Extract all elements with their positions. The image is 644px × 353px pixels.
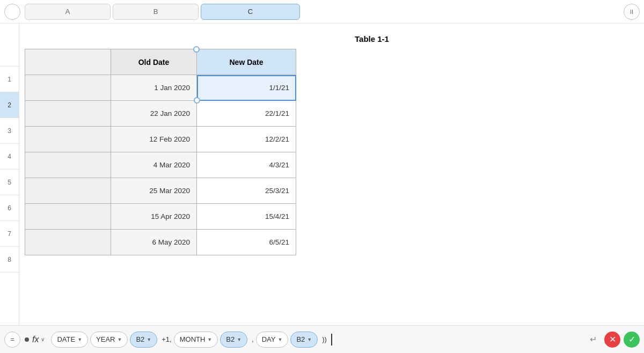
table-row: 4 Mar 2020 4/3/21	[25, 152, 296, 178]
cell-b2[interactable]: 1 Jan 2020	[111, 75, 197, 101]
cell-b8[interactable]: 6 May 2020	[111, 230, 197, 255]
row-number-6: 6	[0, 195, 19, 221]
cancel-button[interactable]: ✕	[604, 332, 620, 348]
day-function-pill[interactable]: DAY ▼	[256, 332, 289, 348]
row-number-2: 2	[0, 92, 19, 118]
cell-a6[interactable]	[25, 178, 111, 204]
formula-bar: = fx ∨ DATE ▼ YEAR ▼ B2 ▼ +1, MONTH ▼ B2…	[0, 325, 644, 353]
cell-a3[interactable]	[25, 101, 111, 127]
month-pill-label: MONTH	[180, 335, 206, 343]
cell-a2[interactable]	[25, 75, 111, 101]
table-row: 25 Mar 2020 25/3/21	[25, 178, 296, 204]
cell-a1[interactable]	[25, 49, 111, 75]
b2-month-pill-label: B2	[226, 335, 235, 343]
b2-day-pill[interactable]: B2 ▼	[290, 332, 318, 348]
cell-c4[interactable]: 12/2/21	[197, 127, 296, 152]
row-number-3: 3	[0, 118, 19, 144]
row-num-spacer	[0, 24, 19, 67]
date-function-pill[interactable]: DATE ▼	[51, 332, 88, 348]
b2-day-chevron-icon: ▼	[307, 337, 312, 342]
b2-month-pill[interactable]: B2 ▼	[220, 332, 247, 348]
cell-a5[interactable]	[25, 152, 111, 178]
column-header-bar: A B C II	[0, 0, 644, 24]
date-pill-label: DATE	[57, 335, 75, 343]
col-header-b[interactable]: B	[113, 4, 199, 20]
cell-a8[interactable]	[25, 230, 111, 255]
formula-cursor	[331, 334, 332, 345]
day-pill-label: DAY	[262, 335, 276, 343]
main-content: 1 2 3 4 5 6 7 8 Table 1-1 Old Date New D…	[0, 24, 644, 325]
day-pill-chevron-icon: ▼	[278, 337, 283, 342]
cell-a4[interactable]	[25, 127, 111, 152]
cell-a7[interactable]	[25, 204, 111, 230]
row-numbers: 1 2 3 4 5 6 7 8	[0, 24, 19, 325]
cell-c5[interactable]: 4/3/21	[197, 152, 296, 178]
col-header-a[interactable]: A	[25, 4, 111, 20]
cell-b6[interactable]: 25 Mar 2020	[111, 178, 197, 204]
b2-month-chevron-icon: ▼	[237, 337, 241, 342]
spreadsheet-area: Table 1-1 Old Date New Date 1 Jan 2020	[19, 24, 644, 325]
cell-b3[interactable]: 22 Jan 2020	[111, 101, 197, 127]
month-pill-chevron-icon: ▼	[207, 337, 212, 342]
formula-text-comma: ,	[252, 335, 254, 343]
formula-dot	[25, 337, 29, 342]
old-date-header: Old Date	[138, 58, 170, 67]
spreadsheet-table: Old Date New Date 1 Jan 2020 1/1/21	[25, 49, 296, 255]
drag-handle-b1[interactable]	[193, 46, 200, 53]
table-row: 12 Feb 2020 12/2/21	[25, 127, 296, 152]
year-pill-chevron-icon: ▼	[118, 337, 122, 342]
fx-label: fx	[32, 335, 39, 344]
table-row: Old Date New Date	[25, 49, 296, 75]
column-headers: A B C	[25, 4, 615, 20]
cell-c2[interactable]: 1/1/21	[197, 75, 296, 101]
cell-c8[interactable]: 6/5/21	[197, 230, 296, 255]
year-function-pill[interactable]: YEAR ▼	[90, 332, 128, 348]
row-number-4: 4	[0, 144, 19, 170]
cell-b7[interactable]: 15 Apr 2020	[111, 204, 197, 230]
table-row: 22 Jan 2020 22/1/21	[25, 101, 296, 127]
table-row: 1 Jan 2020 1/1/21	[25, 75, 296, 101]
cell-c6[interactable]: 25/3/21	[197, 178, 296, 204]
table-row: 6 May 2020 6/5/21	[25, 230, 296, 255]
row-number-1: 1	[0, 67, 19, 92]
row-number-8: 8	[0, 247, 19, 273]
month-function-pill[interactable]: MONTH ▼	[174, 332, 218, 348]
formula-text-plus1: +1,	[162, 335, 171, 343]
cell-c7[interactable]: 15/4/21	[197, 204, 296, 230]
col-header-c[interactable]: C	[201, 4, 300, 20]
circle-button[interactable]	[4, 4, 20, 20]
fx-chevron-icon[interactable]: ∨	[41, 336, 45, 342]
table-title: Table 1-1	[111, 34, 633, 43]
formula-text-close-parens: ))	[322, 335, 327, 343]
cell-b4[interactable]: 12 Feb 2020	[111, 127, 197, 152]
drag-handle-c2[interactable]	[194, 97, 200, 104]
cell-c3[interactable]: 22/1/21	[197, 101, 296, 127]
cell-c1[interactable]: New Date	[197, 49, 296, 75]
cell-b1[interactable]: Old Date	[111, 49, 197, 75]
b2-year-pill-label: B2	[136, 335, 144, 343]
return-icon[interactable]: ↵	[590, 334, 597, 344]
b2-year-chevron-icon: ▼	[147, 337, 151, 342]
b2-day-pill-label: B2	[296, 335, 305, 343]
pause-button[interactable]: II	[624, 4, 640, 20]
year-pill-label: YEAR	[96, 335, 115, 343]
cell-b5[interactable]: 4 Mar 2020	[111, 152, 197, 178]
b2-year-pill[interactable]: B2 ▼	[130, 332, 157, 348]
row-number-7: 7	[0, 221, 19, 247]
date-pill-chevron-icon: ▼	[77, 337, 82, 342]
new-date-header: New Date	[229, 58, 263, 67]
equals-button[interactable]: =	[4, 332, 20, 348]
confirm-button[interactable]: ✓	[624, 332, 640, 348]
row-number-5: 5	[0, 170, 19, 195]
table-row: 15 Apr 2020 15/4/21	[25, 204, 296, 230]
